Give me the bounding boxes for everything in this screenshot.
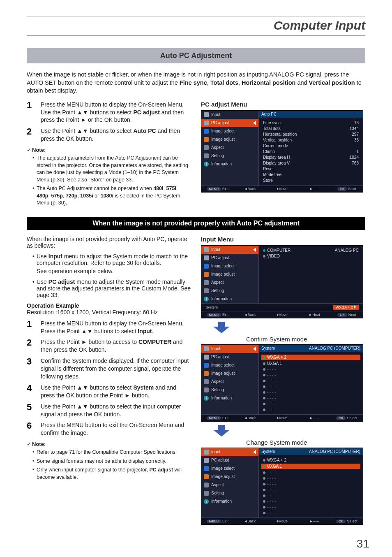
pc-icon [204, 121, 209, 125]
chevron-left-icon [253, 121, 256, 125]
arrow-down-icon [213, 322, 230, 333]
op-example-head: Operation Example [27, 302, 191, 309]
note-list: The adjusted parameters from the Auto PC… [27, 155, 191, 207]
page-number: 31 [357, 537, 369, 550]
step-1: 1 Press the MENU button to display the O… [27, 101, 191, 124]
svg-marker-1 [213, 425, 230, 436]
svg-marker-0 [213, 322, 230, 333]
confirm-caption: Confirm System mode [201, 336, 365, 343]
change-caption: Change System mode [201, 439, 365, 446]
step-2: 2 Use the Point ▲▼ buttons to select Aut… [27, 127, 191, 143]
osd-input: Input PC adjust Image select Image adjus… [201, 245, 363, 318]
note-heading: Note: [27, 147, 191, 153]
osd-system-change: Input PC adjust Image select Image adjus… [201, 448, 363, 525]
section2-intro: When the image is not provided properly … [27, 236, 191, 249]
page-title: Computer Input [27, 16, 365, 36]
setting-icon [204, 153, 209, 158]
op-example-sub: Resolution :1600 x 1200, Vertical Freque… [27, 309, 191, 316]
osd-system-confirm: Input PC adjust Image select Image adjus… [201, 344, 363, 422]
intro-text: When the image is not stable or flicker,… [27, 71, 365, 95]
arrow-down-icon [213, 425, 230, 436]
info-icon: i [204, 162, 209, 167]
black-bar: When the image is not provided properly … [27, 217, 365, 230]
osd-pc-adjust: Input PC adjust Image select Image adjus… [201, 110, 363, 193]
section-bar-autopc: Auto PC Adjustment [27, 48, 365, 63]
image-adjust-icon [204, 137, 209, 142]
aspect-icon [204, 145, 209, 150]
image-select-icon [204, 129, 209, 134]
input-menu-title: Input Menu [201, 236, 365, 243]
input-icon [204, 112, 209, 117]
pc-adjust-menu-title: PC adjust Menu [201, 101, 365, 108]
